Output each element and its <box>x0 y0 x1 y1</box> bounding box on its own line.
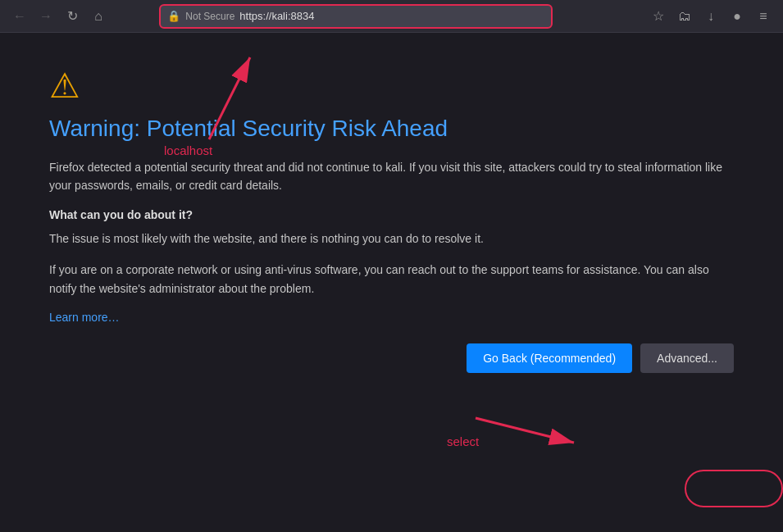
go-back-button[interactable]: Go Back (Recommended) <box>467 343 632 373</box>
account-button[interactable]: ● <box>726 5 749 28</box>
warning-triangle-icon: ⚠ <box>49 66 734 106</box>
url-input[interactable] <box>239 10 544 22</box>
pocket-button[interactable]: 🗂 <box>673 5 696 28</box>
nav-buttons: ← → ↻ ⌂ <box>8 5 110 28</box>
toolbar-right: ☆ 🗂 ↓ ● ≡ <box>647 5 775 28</box>
advanced-arrow-svg <box>443 393 623 459</box>
star-button[interactable]: ☆ <box>647 5 670 28</box>
menu-button[interactable]: ≡ <box>752 5 775 28</box>
forward-button[interactable]: → <box>34 5 57 28</box>
svg-line-3 <box>476 418 574 443</box>
what-to-do-heading: What can you do about it? <box>49 208 734 221</box>
warning-title: Warning: Potential Security Risk Ahead <box>49 116 734 142</box>
home-button[interactable]: ⌂ <box>87 5 110 28</box>
not-secure-label: Not Secure <box>185 11 234 22</box>
advanced-button[interactable]: Advanced... <box>640 343 734 373</box>
browser-chrome: ← → ↻ ⌂ 🔒 Not Secure ☆ 🗂 ↓ ● ≡ <box>0 0 783 33</box>
warning-title-part1: Warning: <box>49 116 147 141</box>
download-button[interactable]: ↓ <box>699 5 722 28</box>
body-text: Firefox detected a potential security th… <box>49 158 734 195</box>
lock-warning-icon: 🔒 <box>167 10 180 22</box>
advanced-circle-highlight <box>685 470 783 507</box>
learn-more-link[interactable]: Learn more… <box>49 311 120 324</box>
reload-button[interactable]: ↻ <box>61 5 84 28</box>
warning-title-part2: Potential Security Risk Ahead <box>147 116 448 141</box>
back-button[interactable]: ← <box>8 5 31 28</box>
localhost-annotation: localhost <box>164 143 212 157</box>
buttons-row: Go Back (Recommended) Advanced... <box>49 343 734 373</box>
page-content: localhost select ⚠ Warning: <box>0 33 783 532</box>
address-bar[interactable]: 🔒 Not Secure <box>159 4 553 29</box>
issue-text: The issue is most likely with the websit… <box>49 230 734 248</box>
corporate-text: If you are on a corporate network or usi… <box>49 261 734 298</box>
select-annotation: select <box>447 434 479 448</box>
